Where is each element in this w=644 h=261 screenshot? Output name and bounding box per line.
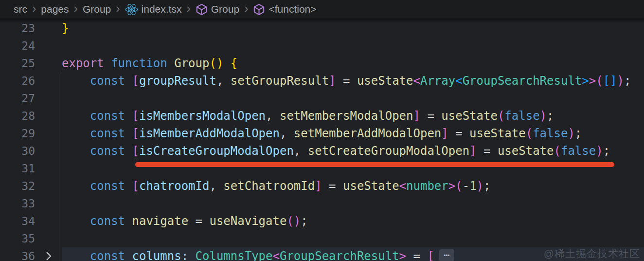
code-token: columns — [132, 249, 181, 261]
code-line-text[interactable]: const [groupResult, setGroupResult] = us… — [62, 72, 644, 90]
breadcrumb-item-group-folder[interactable]: Group — [83, 3, 111, 15]
fold-column — [35, 55, 62, 72]
code-line-text[interactable]: const [chatroomId, setChatroomId] = useS… — [62, 177, 644, 195]
code-line-text[interactable]: } — [62, 19, 644, 37]
code-token: isCreateGroupModalOpen — [139, 144, 294, 158]
code-token: [] — [603, 74, 617, 88]
fold-column — [35, 19, 62, 37]
fold-column — [35, 72, 62, 90]
code-line[interactable]: 23} — [0, 19, 644, 37]
code-line[interactable]: 29 const [isMemberAddModalOpen, setMembe… — [0, 125, 644, 142]
chevron-right-icon: › — [186, 2, 190, 15]
code-line[interactable]: 26 const [groupResult, setGroupResult] =… — [0, 72, 644, 90]
vscode-editor-window: { "breadcrumb": { "separator": "›", "ite… — [0, 0, 644, 261]
code-token: ( — [455, 179, 462, 193]
line-number[interactable]: 30 — [0, 142, 35, 160]
breadcrumb-item-pages[interactable]: pages — [41, 3, 69, 15]
code-line[interactable]: 27 — [0, 90, 644, 107]
code-token: const — [62, 179, 132, 193]
code-token: isMembersModalOpen — [139, 109, 266, 123]
code-token: const — [62, 214, 132, 228]
code-token: < — [273, 249, 280, 261]
code-token: 1 — [469, 179, 476, 193]
line-number[interactable]: 23 — [0, 19, 35, 37]
code-line-text[interactable]: const navigate = useNavigate(); — [62, 212, 644, 230]
breadcrumb-item-group-symbol[interactable]: Group — [196, 3, 239, 16]
react-icon — [125, 3, 138, 16]
code-line-text[interactable] — [62, 37, 644, 55]
breadcrumb-item-src[interactable]: src — [14, 3, 27, 15]
line-number[interactable]: 31 — [0, 160, 35, 177]
code-editor[interactable]: 23}2425export function Group() {26 const… — [0, 19, 644, 261]
watermark: @稀土掘金技术社区 — [544, 247, 640, 261]
code-line[interactable]: 35 — [0, 230, 644, 247]
folded-code-badge[interactable]: ⋯ — [439, 249, 454, 261]
code-token: setMemberAddModalOpen — [294, 127, 441, 140]
code-token: - — [463, 179, 469, 193]
code-line[interactable]: 32 const [chatroomId, setChatroomId] = u… — [0, 177, 644, 195]
line-number[interactable]: 32 — [0, 177, 35, 195]
breadcrumb-item-function-symbol[interactable]: <function> — [253, 3, 316, 16]
breadcrumb: src › pages › Group › index.tsx › Group … — [0, 0, 644, 19]
breadcrumb-label: index.tsx — [142, 3, 182, 15]
code-line[interactable]: 28 const [isMembersModalOpen, setMembers… — [0, 107, 644, 125]
code-line-text[interactable]: const [isCreateGroupModalOpen, setCreate… — [62, 142, 644, 160]
code-token: > — [589, 74, 596, 88]
code-token: setMembersModalOpen — [280, 109, 413, 123]
line-number[interactable]: 29 — [0, 125, 35, 142]
fold-column — [35, 107, 62, 125]
fold-column — [35, 177, 62, 195]
fold-column — [35, 37, 62, 55]
code-token: useState — [498, 144, 554, 158]
code-token: = — [188, 214, 209, 228]
code-line-text[interactable] — [62, 230, 644, 247]
code-token: useState — [469, 127, 526, 140]
code-token: Array — [420, 74, 455, 88]
line-number[interactable]: 26 — [0, 72, 35, 90]
fold-column — [35, 142, 62, 160]
code-token: ; — [575, 127, 582, 140]
code-line-text[interactable] — [62, 195, 644, 212]
code-token: [ — [132, 179, 139, 193]
code-token: const — [62, 127, 132, 140]
line-number[interactable]: 35 — [0, 230, 35, 247]
line-number[interactable]: 33 — [0, 195, 35, 212]
chevron-right-icon: › — [116, 2, 120, 15]
code-token: ( — [498, 109, 504, 123]
line-number[interactable]: 25 — [0, 55, 35, 72]
code-line[interactable]: 33 — [0, 195, 644, 212]
fold-chevron-icon[interactable] — [35, 247, 62, 261]
fold-column — [35, 195, 62, 212]
code-token: () — [209, 56, 223, 70]
code-token: ; — [301, 214, 307, 228]
code-token: ; — [624, 74, 631, 88]
code-token: > — [448, 179, 455, 193]
code-token: setCreateGroupModalOpen — [308, 144, 469, 158]
code-line[interactable]: 34 const navigate = useNavigate(); — [0, 212, 644, 230]
code-token: ] — [329, 74, 336, 88]
code-token: = — [477, 144, 498, 158]
code-token: const — [62, 249, 132, 261]
code-token: ) — [568, 127, 574, 140]
line-number[interactable]: 36 — [0, 247, 35, 261]
code-token: { — [231, 56, 237, 70]
code-token: const — [62, 144, 132, 158]
code-token: = — [406, 249, 427, 261]
code-line[interactable]: 30 const [isCreateGroupModalOpen, setCre… — [0, 142, 644, 160]
line-number[interactable]: 28 — [0, 107, 35, 125]
code-token: ) — [617, 74, 624, 88]
code-line-text[interactable]: export function Group() { — [62, 55, 644, 72]
line-number[interactable]: 24 — [0, 37, 35, 55]
code-line-text[interactable] — [62, 90, 644, 107]
code-line[interactable]: 25export function Group() { — [0, 55, 644, 72]
code-token: ] — [413, 109, 420, 123]
breadcrumb-item-index-tsx[interactable]: index.tsx — [125, 3, 182, 16]
line-number[interactable]: 27 — [0, 90, 35, 107]
code-line-text[interactable]: const [isMembersModalOpen, setMembersMod… — [62, 107, 644, 125]
code-token — [223, 56, 230, 70]
code-token: false — [504, 109, 539, 123]
code-line[interactable]: 24 — [0, 37, 644, 55]
code-line-text[interactable]: const [isMemberAddModalOpen, setMemberAd… — [62, 125, 644, 142]
line-number[interactable]: 34 — [0, 212, 35, 230]
code-token: chatroomId — [139, 179, 210, 193]
